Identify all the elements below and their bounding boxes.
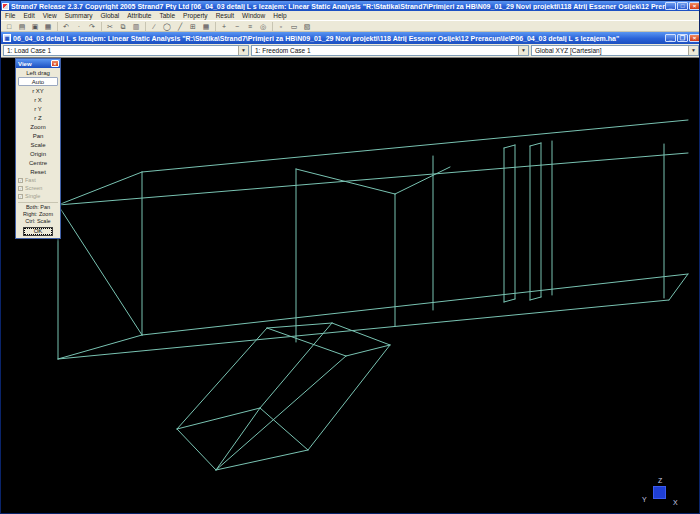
hint-right-zoom: Right: Zoom (18, 211, 58, 218)
load-case-dropdown[interactable]: 1: Load Case 1 ▼ (3, 45, 249, 56)
view-mode-zoom-button[interactable]: Zoom (18, 122, 58, 131)
menu-table[interactable]: Table (156, 11, 180, 20)
view-option-checkbox-2[interactable]: ✓ Screen (18, 184, 58, 192)
toolbar-separator (145, 22, 146, 31)
axis-z-label: Z (658, 477, 662, 484)
draw-line-icon[interactable]: ╱ (174, 21, 186, 31)
child-restore-button[interactable]: ❐ (677, 34, 688, 42)
view-mode-rz-button[interactable]: r Z (18, 113, 58, 122)
maximize-button[interactable]: □ (677, 2, 688, 10)
view-mode-rx-button[interactable]: r X (18, 95, 58, 104)
freedom-case-dropdown[interactable]: 1: Freedom Case 1 ▼ (251, 45, 529, 56)
model-window-title: 06_04_03 detalj L s lezajem: Linear Stat… (13, 35, 665, 42)
checkbox-label: Screen (25, 185, 42, 191)
view-panel-close-icon[interactable]: × (51, 60, 59, 67)
dropdown-arrow-icon[interactable]: ▼ (688, 46, 698, 55)
main-titlebar: Strand7 Release 2.3.7 Copyright 2005 Str… (1, 1, 700, 11)
zoom-out-icon[interactable]: − (231, 21, 243, 31)
toolbar-separator (101, 22, 102, 31)
main-toolbar: □ ▤ ▣ ▦ ↶ · ↷ ✂ ⧉ ▥ ∕ ◯ ╱ ⊞ ▦ + − ≡ ◎ ▫ … (1, 20, 700, 32)
menu-property[interactable]: Property (179, 11, 212, 20)
window-title: Strand7 Release 2.3.7 Copyright 2005 Str… (11, 3, 665, 10)
copy-icon[interactable]: ⧉ (117, 21, 129, 31)
axis-y-label: Y (642, 496, 647, 503)
model-window-titlebar: ▦ 06_04_03 detalj L s lezajem: Linear St… (1, 32, 700, 44)
toolbar-separator (57, 22, 58, 31)
grid-table-icon[interactable]: ⊞ (187, 21, 199, 31)
plate-select-icon[interactable]: ▧ (301, 21, 313, 31)
case-bar: 1: Load Case 1 ▼ 1: Freedom Case 1 ▼ Glo… (1, 44, 700, 58)
coord-system-value: Global XYZ [Cartesian] (535, 47, 601, 54)
view-option-checkbox-1[interactable]: ✓ Fast (18, 176, 58, 184)
toolbar-separator (215, 22, 216, 31)
axis-cube-icon (653, 486, 666, 499)
save-icon[interactable]: ▣ (29, 21, 41, 31)
menu-result[interactable]: Result (212, 11, 238, 20)
checkbox-icon[interactable]: ✓ (18, 178, 23, 183)
view-mode-ry-button[interactable]: r Y (18, 104, 58, 113)
open-folder-icon[interactable]: ▤ (16, 21, 28, 31)
freedom-case-value: 1: Freedom Case 1 (255, 47, 311, 54)
view-mode-origin-button[interactable]: Origin (18, 149, 58, 158)
axis-x-label: X (673, 499, 678, 506)
wireframe-model (1, 58, 700, 514)
view-panel: View × Left drag Auto r XY r X r Y r Z Z… (15, 58, 61, 239)
hint-ctrl-scale: Ctrl: Scale (18, 218, 58, 225)
checkbox-label: Single (25, 193, 40, 199)
menu-window[interactable]: Window (238, 11, 269, 20)
menu-edit[interactable]: Edit (19, 11, 38, 20)
menu-summary[interactable]: Summary (61, 11, 97, 20)
view-panel-titlebar[interactable]: View × (16, 59, 60, 68)
view-mode-pan-button[interactable]: Pan (18, 131, 58, 140)
draw-circle-icon[interactable]: ◯ (161, 21, 173, 31)
checkbox-icon[interactable]: ✓ (18, 194, 23, 199)
mesh-grid-icon[interactable]: ▦ (200, 21, 212, 31)
history-dot-icon[interactable]: · (73, 21, 85, 31)
paste-icon[interactable]: ▥ (130, 21, 142, 31)
load-case-value: 1: Load Case 1 (7, 47, 51, 54)
view-mode-rxy-button[interactable]: r XY (18, 86, 58, 95)
cut-icon[interactable]: ✂ (104, 21, 116, 31)
beam-select-icon[interactable]: ▭ (288, 21, 300, 31)
print-icon[interactable]: ▦ (42, 21, 54, 31)
view-mode-auto-button[interactable]: Auto (18, 77, 58, 86)
dropdown-arrow-icon[interactable]: ▼ (238, 46, 248, 55)
new-file-icon[interactable]: □ (3, 21, 15, 31)
hint-both-pan: Both: Pan (18, 204, 58, 211)
close-button[interactable]: × (689, 2, 700, 10)
node-select-icon[interactable]: ▫ (275, 21, 287, 31)
select-target-icon[interactable]: ◎ (257, 21, 269, 31)
view-mode-centre-button[interactable]: Centre (18, 158, 58, 167)
left-drag-label: Left drag (18, 69, 58, 77)
draw-pencil-icon[interactable]: ∕ (148, 21, 160, 31)
app-icon (2, 3, 9, 10)
ok-button[interactable]: OK (23, 227, 53, 236)
checkbox-label: Fast (25, 177, 36, 183)
toolbar-separator (272, 22, 273, 31)
minimize-button[interactable]: _ (665, 2, 676, 10)
model-window-icon: ▦ (3, 34, 11, 42)
view-mode-reset-button[interactable]: Reset (18, 167, 58, 176)
menu-bar: File Edit View Summary Global Attribute … (1, 11, 700, 20)
coord-system-dropdown[interactable]: Global XYZ [Cartesian] ▼ (531, 45, 699, 56)
undo-icon[interactable]: ↶ (60, 21, 72, 31)
entity-list-icon[interactable]: ≡ (244, 21, 256, 31)
view-panel-title: View (18, 61, 32, 67)
model-canvas[interactable] (1, 58, 700, 514)
view-option-checkbox-3[interactable]: ✓ Single (18, 192, 58, 200)
menu-file[interactable]: File (1, 11, 19, 20)
view-mode-scale-button[interactable]: Scale (18, 140, 58, 149)
checkbox-icon[interactable]: ✓ (18, 186, 23, 191)
zoom-in-icon[interactable]: + (218, 21, 230, 31)
menu-attribute[interactable]: Attribute (123, 11, 155, 20)
menu-help[interactable]: Help (269, 11, 290, 20)
child-close-button[interactable]: × (689, 34, 700, 42)
menu-global[interactable]: Global (96, 11, 123, 20)
child-minimize-button[interactable]: _ (665, 34, 676, 42)
menu-view[interactable]: View (39, 11, 61, 20)
strand7-window: Strand7 Release 2.3.7 Copyright 2005 Str… (0, 0, 700, 514)
dropdown-arrow-icon[interactable]: ▼ (518, 46, 528, 55)
redo-icon[interactable]: ↷ (86, 21, 98, 31)
